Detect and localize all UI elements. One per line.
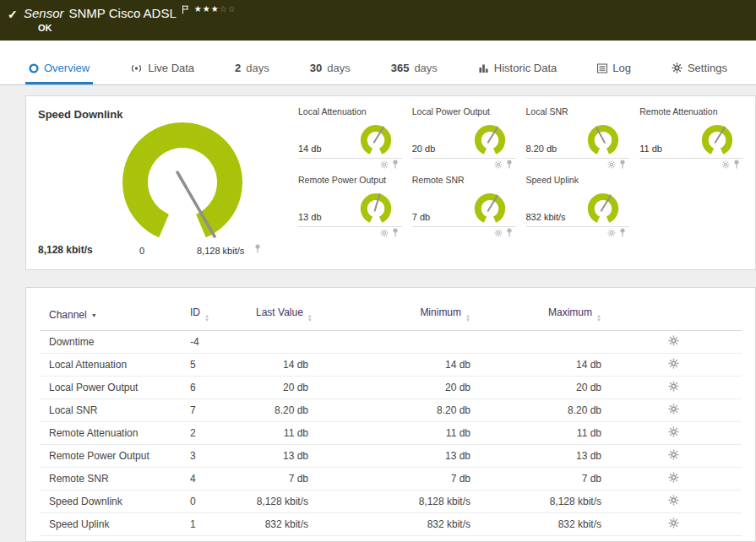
channel-settings-icon[interactable] — [668, 337, 679, 349]
priority-stars[interactable]: ★★★☆☆ — [194, 4, 237, 14]
channel-id: 7 — [181, 399, 247, 422]
tab-log[interactable]: Log — [594, 54, 634, 84]
channel-name: Remote Power Output — [40, 445, 181, 468]
tab-2-days[interactable]: 2 days — [231, 54, 273, 84]
channel-last-value: 832 kbit/s — [247, 513, 318, 536]
small-gauge-label: Remote Attenuation — [639, 106, 743, 119]
pin-icon[interactable] — [619, 225, 626, 241]
table-row-speed-downlink[interactable]: Speed Downlink 0 8,128 kbit/s 8,128 kbit… — [40, 491, 742, 513]
tab-label: Settings — [688, 62, 727, 74]
column-header-maximum[interactable]: Maximum▲▼ — [475, 300, 606, 331]
channel-settings-icon[interactable] — [668, 474, 679, 485]
small-gauge-local-attenuation: Local Attenuation 14 db — [298, 106, 402, 170]
table-row-speed-uplink[interactable]: Speed Uplink 1 832 kbit/s 832 kbit/s 832… — [40, 513, 742, 536]
tab-strip: Overview Live Data 2 days 30 days 365 da… — [0, 41, 756, 85]
priority-flag-icon[interactable] — [182, 3, 189, 17]
tab-365-days[interactable]: 365 days — [388, 54, 441, 84]
gauge-dial — [584, 122, 623, 160]
channel-minimum — [318, 331, 475, 354]
table-row-remote-snr[interactable]: Remote SNR 4 7 db 7 db 7 db — [40, 468, 742, 491]
gauge-scale-max: 8,128 kbit/s — [197, 246, 244, 256]
pin-icon[interactable] — [506, 157, 513, 172]
sort-icon: ▲▼ — [204, 314, 209, 322]
gear-icon[interactable] — [494, 157, 503, 172]
small-gauge-local-snr: Local SNR 8.20 db — [526, 106, 630, 170]
small-gauge-value: 14 db — [298, 144, 322, 158]
table-row-local-snr[interactable]: Local SNR 7 8.20 db 8.20 db 8.20 db — [40, 399, 742, 422]
channel-name: Remote SNR — [40, 468, 181, 491]
small-gauge-label: Local Power Output — [412, 106, 516, 119]
table-row-remote-attenuation[interactable]: Remote Attenuation 2 11 db 11 db 11 db — [40, 422, 742, 445]
tab-overview[interactable]: Overview — [25, 54, 93, 84]
column-header-last-value[interactable]: Last Value▲▼ — [247, 300, 318, 331]
tab-label: Historic Data — [494, 62, 557, 74]
channel-name: Local Attenuation — [40, 354, 181, 377]
table-row-local-power-output[interactable]: Local Power Output 6 20 db 20 db 20 db — [40, 377, 742, 399]
tab-label: Live Data — [148, 62, 194, 74]
log-icon — [597, 63, 607, 73]
channel-last-value: 13 db — [247, 445, 318, 468]
gauge-needle — [177, 172, 215, 236]
column-header-id[interactable]: ID▲▼ — [181, 300, 247, 331]
channel-last-value: 7 db — [247, 468, 318, 491]
gear-icon[interactable] — [380, 157, 389, 172]
channel-settings-icon[interactable] — [668, 382, 679, 394]
table-header-row: Channel▼ ID▲▼ Last Value▲▼ Minimum▲▼ Max… — [40, 300, 742, 331]
gear-icon[interactable] — [380, 225, 389, 241]
speed-downlink-gauge — [111, 113, 254, 257]
primary-gauge-value: 8,128 kbit/s — [38, 244, 93, 256]
small-gauge-remote-snr: Remote SNR 7 db — [412, 175, 516, 238]
gear-icon[interactable] — [721, 157, 730, 172]
small-gauge-speed-uplink: Speed Uplink 832 kbit/s — [526, 175, 630, 238]
tab-label: Overview — [44, 62, 90, 74]
pin-icon[interactable] — [506, 225, 513, 241]
small-gauge-label: Speed Uplink — [526, 175, 630, 187]
table-row-remote-power-output[interactable]: Remote Power Output 3 13 db 13 db 13 db — [40, 445, 742, 468]
gauges-panel: Speed Downlink 8,128 kbit/s 0 8,128 kbit… — [25, 95, 756, 270]
channel-maximum: 8.20 db — [475, 399, 606, 422]
channel-settings-icon[interactable] — [668, 405, 679, 417]
stars-empty: ☆☆ — [220, 4, 237, 14]
column-header-minimum[interactable]: Minimum▲▼ — [318, 300, 475, 331]
table-row-downtime[interactable]: Downtime -4 — [40, 331, 742, 354]
gauge-scale-min: 0 — [139, 246, 144, 256]
pin-icon[interactable] — [392, 225, 399, 241]
gear-icon[interactable] — [494, 225, 503, 241]
tab-30-days[interactable]: 30 days — [307, 54, 354, 84]
channel-settings-icon[interactable] — [668, 519, 679, 531]
channel-settings-icon[interactable] — [668, 496, 679, 508]
channel-id: 4 — [181, 468, 247, 491]
channel-minimum: 13 db — [318, 445, 475, 468]
gear-icon[interactable] — [607, 225, 616, 241]
gauge-dial — [698, 122, 737, 160]
channel-settings-icon[interactable] — [668, 360, 679, 371]
small-gauges-grid: Local Attenuation 14 db Local Power Outp… — [290, 103, 745, 263]
pin-icon[interactable] — [392, 157, 399, 172]
pin-icon[interactable] — [733, 157, 740, 172]
gear-icon[interactable] — [607, 157, 616, 172]
channel-maximum: 11 db — [475, 422, 606, 445]
channel-last-value: 11 db — [247, 422, 318, 445]
tab-number: 2 — [235, 62, 241, 74]
tab-unit: days — [246, 62, 269, 74]
live-data-icon — [130, 63, 143, 73]
channel-maximum: 13 db — [475, 445, 606, 468]
pin-icon[interactable] — [254, 241, 261, 257]
table-row-local-attenuation[interactable]: Local Attenuation 5 14 db 14 db 14 db — [40, 354, 742, 377]
channel-settings-icon[interactable] — [668, 451, 679, 463]
tab-settings[interactable]: Settings — [668, 54, 731, 84]
tab-historic-data[interactable]: Historic Data — [475, 54, 560, 84]
channel-last-value: 8,128 kbit/s — [247, 491, 318, 513]
channel-settings-icon[interactable] — [668, 428, 679, 440]
tab-label: Log — [612, 62, 631, 74]
channel-last-value: 14 db — [247, 354, 318, 377]
tab-live-data[interactable]: Live Data — [127, 54, 198, 84]
pin-icon[interactable] — [619, 157, 626, 172]
column-header-channel[interactable]: Channel▼ — [40, 300, 181, 331]
channel-minimum: 832 kbit/s — [318, 513, 475, 536]
sensor-title: SNMP Cisco ADSL — [69, 6, 177, 20]
small-gauge-label: Local SNR — [526, 106, 630, 119]
small-gauge-label: Remote Power Output — [298, 175, 402, 187]
tab-unit: days — [414, 62, 437, 74]
small-gauge-value: 7 db — [412, 212, 430, 226]
